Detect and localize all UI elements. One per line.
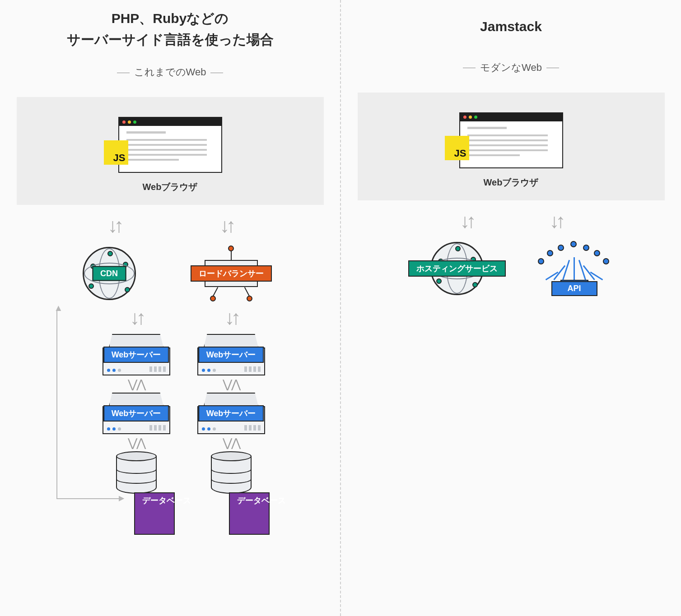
web-server-label: Webサーバー bbox=[103, 405, 169, 421]
column-traditional: PHP、Rubyなどの サーバーサイド言語を使った場合 これまでのWeb JS bbox=[0, 0, 341, 616]
web-server-node: Webサーバー bbox=[98, 393, 175, 434]
hosting-node: ホスティングサービス bbox=[405, 242, 509, 295]
backbone-arrow-icon: ▲ bbox=[56, 310, 57, 499]
updown-arrows-icon: ↓↑ bbox=[550, 211, 562, 231]
left-title: PHP、Rubyなどの サーバーサイド言語を使った場合 bbox=[67, 8, 274, 50]
database-label: データベース bbox=[134, 492, 175, 535]
database-node: データベース bbox=[193, 451, 270, 536]
web-server-node: Webサーバー bbox=[193, 334, 270, 375]
load-balancer-node: ロードバランサー bbox=[188, 246, 274, 301]
left-browser-label: Webブラウザ bbox=[143, 181, 198, 193]
api-label: API bbox=[551, 281, 597, 296]
web-server-node: Webサーバー bbox=[193, 393, 270, 434]
updown-arrows-icon: ↓↑ bbox=[193, 308, 270, 328]
load-balancer-label: ロードバランサー bbox=[191, 265, 272, 282]
updown-arrows-icon: ↓↑ bbox=[98, 308, 175, 328]
database-icon bbox=[116, 451, 157, 494]
right-title: Jamstack bbox=[458, 8, 564, 37]
right-headings: Jamstack モダンなWeb bbox=[458, 0, 564, 79]
arrows-row-1: ↓↑ ↓↑ bbox=[17, 216, 324, 236]
js-badge-icon: JS bbox=[104, 140, 128, 165]
arrows-row-right: ↓↑ ↓↑ bbox=[358, 211, 665, 231]
updown-arrows-icon: ↓↑ bbox=[460, 211, 473, 231]
cdn-node: CDN bbox=[66, 247, 152, 300]
vchevron-icon: ⋁⋀ bbox=[98, 437, 175, 449]
vchevron-icon: ⋁⋀ bbox=[193, 378, 270, 390]
web-server-label: Webサーバー bbox=[103, 347, 169, 363]
browser-window-icon bbox=[459, 112, 563, 168]
left-subtitle: これまでのWeb bbox=[67, 65, 274, 79]
right-browser-panel: JS Webブラウザ bbox=[358, 93, 665, 200]
updown-arrows-icon: ↓↑ bbox=[220, 216, 233, 236]
database-node: データベース bbox=[98, 451, 175, 536]
database-icon bbox=[211, 451, 252, 494]
browser-window-icon bbox=[118, 117, 222, 173]
updown-arrows-icon: ↓↑ bbox=[108, 216, 121, 236]
left-browser-panel: JS Webブラウザ bbox=[17, 97, 324, 205]
right-browser-label: Webブラウザ bbox=[484, 176, 539, 189]
hosting-label: ホスティングサービス bbox=[408, 260, 506, 277]
right-subtitle: モダンなWeb bbox=[458, 61, 564, 74]
web-server-node: Webサーバー bbox=[98, 334, 175, 375]
web-server-label: Webサーバー bbox=[198, 405, 264, 421]
js-badge-icon: JS bbox=[445, 136, 469, 160]
vchevron-icon: ⋁⋀ bbox=[98, 378, 175, 390]
api-node: API bbox=[532, 244, 617, 293]
column-jamstack: Jamstack モダンなWeb JS Webブラウザ bbox=[341, 0, 681, 616]
cdn-label: CDN bbox=[92, 266, 126, 281]
database-label: データベース bbox=[229, 492, 270, 535]
web-server-label: Webサーバー bbox=[198, 347, 264, 363]
left-headings: PHP、Rubyなどの サーバーサイド言語を使った場合 これまでのWeb bbox=[67, 0, 274, 83]
vchevron-icon: ⋁⋀ bbox=[193, 437, 270, 449]
comparison-diagram: PHP、Rubyなどの サーバーサイド言語を使った場合 これまでのWeb JS bbox=[0, 0, 681, 616]
